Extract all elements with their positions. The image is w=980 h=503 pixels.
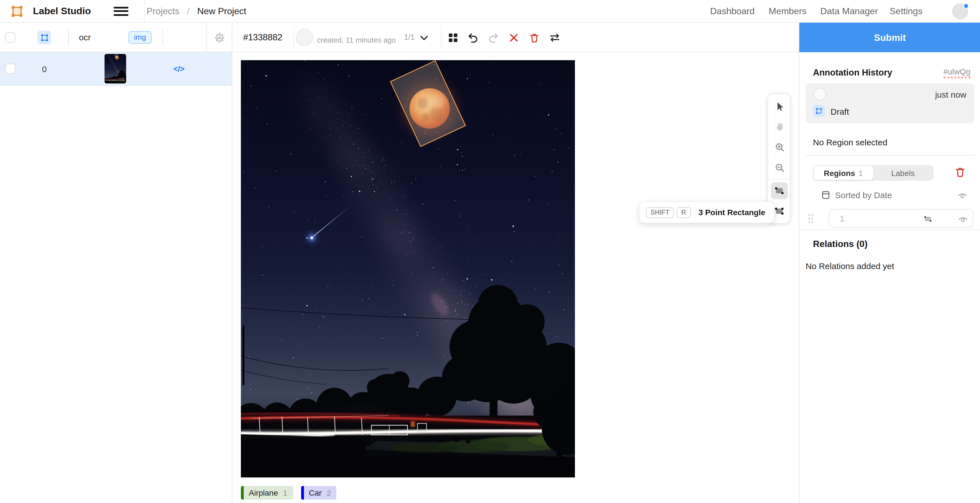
zoom-in-tool-button[interactable] <box>768 137 791 157</box>
nav-link-dashboard[interactable]: Dashboard <box>710 0 755 23</box>
trash-icon <box>529 32 539 43</box>
sidebar-divider <box>806 155 974 156</box>
task-index: 0 <box>35 52 53 86</box>
3-point-rectangle-icon <box>774 206 785 217</box>
annotation-history-header: Annotation History #ulwQg <box>813 67 970 78</box>
label-chip-car[interactable]: Car 2 <box>301 486 337 500</box>
column-ocr-label[interactable]: ocr <box>79 23 91 52</box>
image-annotation-canvas[interactable] <box>241 60 575 478</box>
zoom-in-icon <box>774 142 785 152</box>
selected-tool-highlight <box>771 182 788 199</box>
label-studio-logo-icon <box>11 6 23 17</box>
no-region-text: No Region selected <box>813 137 888 147</box>
user-avatar[interactable] <box>952 3 968 19</box>
header-divider <box>68 30 69 45</box>
annotation-id-link[interactable]: #ulwQg <box>943 67 970 78</box>
label-hotkey: 1 <box>283 489 287 497</box>
toolbar-section-divider <box>768 179 791 179</box>
region-index: 1 <box>840 213 845 223</box>
nav-link-data-manager[interactable]: Data Manager <box>820 0 878 23</box>
toolbar-divider <box>294 26 294 49</box>
chevron-down-icon[interactable] <box>419 32 430 43</box>
tab-labels[interactable]: Labels <box>873 166 933 180</box>
cross-icon <box>508 32 519 43</box>
bbox-column-icon[interactable] <box>38 31 51 44</box>
transfer-button[interactable] <box>547 30 562 45</box>
cursor-icon <box>774 101 785 111</box>
region-item[interactable]: 1 <box>829 209 973 228</box>
label-hotkey: 2 <box>327 489 331 497</box>
grid-icon <box>447 32 458 43</box>
task-thumbnail[interactable] <box>105 54 126 84</box>
hamburger-menu-icon[interactable] <box>114 7 128 16</box>
label-color-bar <box>241 486 244 500</box>
region-list-item: 1 <box>799 209 980 229</box>
task-id: #1338882 <box>243 23 282 52</box>
drag-handle-icon[interactable] <box>807 213 814 224</box>
breadcrumb-current-project: New Project <box>197 6 246 16</box>
regions-count: 1 <box>858 168 863 178</box>
2-point-rectangle-icon <box>774 186 785 196</box>
delete-annotation-button[interactable] <box>526 30 542 45</box>
pan-tool-button[interactable] <box>768 116 791 137</box>
labels-tab-label: Labels <box>891 168 915 178</box>
created-timestamp: created, 11 minutes ago <box>317 36 396 44</box>
regions-tab-label: Regions <box>824 168 855 178</box>
history-entry[interactable]: just now Draft <box>806 84 974 123</box>
annotator-avatar[interactable] <box>296 29 313 46</box>
breadcrumb: Projects / New Project <box>146 0 246 23</box>
breadcrumb-separator: / <box>187 6 190 16</box>
breadcrumb-projects[interactable]: Projects <box>146 6 180 16</box>
relations-empty-text: No Relations added yet <box>806 261 894 271</box>
delete-regions-button[interactable] <box>955 167 966 178</box>
notification-dot <box>964 3 969 8</box>
regions-labels-tabs: Regions 1 Labels <box>813 165 934 181</box>
region-sort-row: Sorted by Date <box>813 189 970 203</box>
label-color-bar <box>301 486 304 500</box>
annotation-history-title: Annotation History <box>813 68 892 78</box>
r-key-hint: R <box>677 207 690 218</box>
draft-status-icon <box>813 105 825 117</box>
reset-button[interactable] <box>506 30 522 45</box>
zoom-out-tool-button[interactable] <box>768 157 791 178</box>
undo-button[interactable] <box>465 30 480 45</box>
navbar-divider <box>144 0 145 23</box>
select-all-checkbox[interactable] <box>5 32 15 43</box>
nav-link-settings[interactable]: Settings <box>890 0 923 23</box>
sorted-by-date-button[interactable]: Sorted by Date <box>835 190 892 200</box>
annotation-toolbar: #1338882 created, 11 minutes ago 1/1 <box>233 23 799 52</box>
label-name: Airplane <box>249 488 278 497</box>
annotation-workspace: #1338882 created, 11 minutes ago 1/1 <box>233 23 799 503</box>
tool-tooltip: SHIFT R 3 Point Rectangle <box>639 202 774 223</box>
history-status: Draft <box>830 107 849 116</box>
img-tag-badge: img <box>128 31 152 44</box>
swap-arrows-icon <box>549 32 560 43</box>
tooltip-label: 3 Point Rectangle <box>698 208 765 217</box>
redo-button[interactable] <box>485 30 501 45</box>
undo-icon <box>467 32 478 43</box>
select-tool-button[interactable] <box>768 96 791 116</box>
tab-regions[interactable]: Regions 1 <box>813 166 873 180</box>
gear-icon <box>213 32 226 43</box>
history-time: just now <box>935 90 966 99</box>
top-navbar: Label Studio Projects / New Project Dash… <box>0 0 980 23</box>
code-icon[interactable]: </> <box>170 52 188 86</box>
toggle-all-visibility-eye-icon[interactable] <box>957 190 968 201</box>
header-divider <box>162 30 163 45</box>
nav-link-members[interactable]: Members <box>768 0 807 23</box>
label-chips: Airplane 1 Car 2 <box>241 486 337 500</box>
app-title: Label Studio <box>33 0 91 23</box>
task-row-selected[interactable]: 0 </> <box>0 52 232 86</box>
grid-view-button[interactable] <box>445 30 461 45</box>
task-list-header: ocr img <box>0 23 232 52</box>
columns-settings-button[interactable] <box>206 23 232 52</box>
annotation-sidebar: Submit Annotation History #ulwQg just no… <box>799 23 980 503</box>
task-checkbox[interactable] <box>5 63 15 74</box>
region-visibility-eye-icon[interactable] <box>957 213 969 225</box>
bounding-box-icon <box>40 33 49 42</box>
relations-title: Relations (0) <box>813 239 867 249</box>
label-chip-airplane[interactable]: Airplane 1 <box>241 486 293 500</box>
rectangle-tool-button[interactable] <box>768 181 791 201</box>
submit-button[interactable]: Submit <box>799 23 980 52</box>
toolbar-divider <box>441 26 441 49</box>
